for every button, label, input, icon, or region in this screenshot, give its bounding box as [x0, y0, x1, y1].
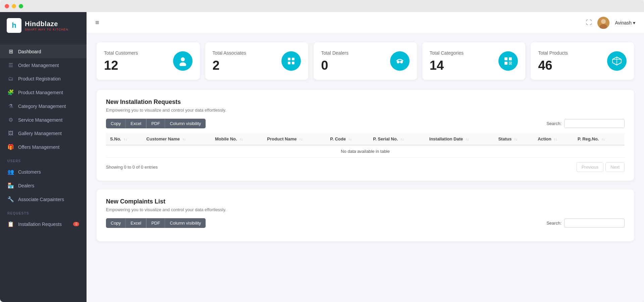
user-name-dropdown[interactable]: Avinash ▾ — [615, 20, 635, 25]
user-name-text: Avinash — [615, 20, 632, 25]
sidebar-label-installation: Installation Requests — [18, 222, 62, 227]
dealers-icon-svg — [395, 56, 405, 66]
complaints-search-input[interactable] — [564, 219, 625, 228]
stat-info-associates: Total Associates 2 — [213, 50, 246, 72]
stat-icon-categories — [498, 51, 518, 71]
brand-name: Hindblaze — [25, 20, 68, 28]
installation-search-input[interactable] — [564, 119, 625, 128]
svg-point-4 — [179, 62, 186, 66]
complaints-column-visibility-button[interactable]: Column visibility — [165, 218, 206, 228]
installation-requests-card: New Installation Requests Empowering you… — [97, 90, 634, 181]
dropdown-chevron-icon: ▾ — [633, 20, 635, 25]
order-icon: ☰ — [7, 62, 14, 68]
svg-rect-14 — [504, 62, 507, 65]
stat-label-associates: Total Associates — [213, 50, 246, 56]
sidebar-item-service-management[interactable]: ⚙ Service Management — [0, 113, 87, 127]
sort-icon-regno: ↑↓ — [601, 137, 605, 141]
pdf-button[interactable]: PDF — [146, 119, 165, 128]
window-chrome — [0, 0, 644, 12]
sidebar-item-gallery-management[interactable]: 🖼 Gallery Management — [0, 127, 87, 140]
next-button[interactable]: Next — [605, 162, 625, 172]
complaints-list-subtitle: Empowering you to visualize and control … — [106, 207, 625, 212]
complaints-list-card: New Complaints List Empowering you to vi… — [97, 189, 634, 241]
sidebar-label-category: Category Management — [18, 104, 66, 109]
sort-icon-status: ↑↓ — [514, 137, 518, 141]
sidebar-item-offers-management[interactable]: 🎁 Offers Management — [0, 140, 87, 154]
complaints-btn-group: Copy Excel PDF Column visibility — [106, 218, 206, 228]
installation-table-footer: Showing 0 to 0 of 0 entries Previous Nex… — [106, 162, 625, 172]
sidebar-label-order: Order Management — [18, 63, 59, 68]
installation-table-header-row: S.No. ↑↓ Customer Name ↑↓ Mobile No. ↑↓ … — [106, 133, 625, 145]
sort-icon-pcode: ↑↓ — [348, 137, 352, 141]
sidebar-item-customers[interactable]: 👥 Customers — [0, 165, 87, 179]
stat-info-products: Total Products 46 — [538, 50, 568, 72]
associates-icon: 🔧 — [7, 196, 14, 202]
sidebar-item-associate-carpainters[interactable]: 🔧 Associate Carpainters — [0, 192, 87, 206]
complaints-list-title: New Complaints List — [106, 198, 625, 205]
fullscreen-icon[interactable]: ⛶ — [586, 19, 592, 26]
maximize-button[interactable] — [19, 4, 23, 8]
excel-button[interactable]: Excel — [125, 119, 146, 128]
column-visibility-button[interactable]: Column visibility — [165, 119, 206, 128]
brand-tagline: Smart Way To Kitchen — [25, 28, 68, 31]
sidebar-label-dashboard: Dashboard — [18, 49, 41, 54]
hamburger-icon[interactable]: ≡ — [95, 19, 99, 26]
sidebar-item-order-management[interactable]: ☰ Order Management — [0, 58, 87, 72]
sidebar-item-product-registration[interactable]: 🗂 Product Registration — [0, 72, 87, 85]
installation-table-head: S.No. ↑↓ Customer Name ↑↓ Mobile No. ↑↓ … — [106, 133, 625, 145]
sidebar-item-installation-requests[interactable]: 📋 Installation Requests 0 — [0, 217, 87, 231]
sidebar-item-category-management[interactable]: ⚗ Category Management — [0, 99, 87, 113]
installation-btn-group: Copy Excel PDF Column visibility — [106, 119, 206, 128]
sidebar-item-dealers[interactable]: 🏪 Dealers — [0, 179, 87, 192]
categories-icon-svg — [503, 56, 513, 66]
svg-rect-12 — [504, 57, 507, 60]
complaints-pdf-button[interactable]: PDF — [146, 218, 165, 228]
stat-card-dealers: Total Dealers 0 — [314, 42, 417, 80]
sort-icon-pserial: ↑↓ — [400, 137, 404, 141]
dashboard-icon: ⊞ — [7, 48, 14, 55]
sidebar-label-offers: Offers Management — [18, 144, 59, 150]
stat-label-categories: Total Categories — [430, 50, 464, 56]
sort-icon-product: ↑↓ — [299, 137, 303, 141]
stat-value-categories: 14 — [430, 59, 464, 72]
stat-value-customers: 12 — [104, 59, 138, 72]
previous-button[interactable]: Previous — [577, 162, 604, 172]
page-body: Total Customers 12 Total Associates 2 — [87, 34, 644, 302]
close-button[interactable] — [5, 4, 9, 8]
stat-icon-customers — [173, 51, 193, 71]
stat-label-products: Total Products — [538, 50, 568, 56]
col-p-code: P. Code ↑↓ — [326, 133, 369, 145]
installation-table: S.No. ↑↓ Customer Name ↑↓ Mobile No. ↑↓ … — [106, 133, 625, 158]
service-icon: ⚙ — [7, 117, 14, 123]
stat-card-categories: Total Categories 14 — [422, 42, 526, 80]
sidebar-item-product-management[interactable]: 🧩 Product Management — [0, 85, 87, 99]
sidebar-label-customers: Customers — [18, 169, 41, 175]
stat-label-dealers: Total Dealers — [321, 50, 348, 56]
complaints-search-label: Search: — [546, 221, 561, 226]
stat-card-products: Total Products 46 — [531, 42, 634, 80]
stat-card-associates: Total Associates 2 — [205, 42, 309, 80]
complaints-excel-button[interactable]: Excel — [125, 218, 146, 228]
app-wrapper: h Hindblaze Smart Way To Kitchen ⊞ Dashb… — [0, 12, 644, 302]
minimize-button[interactable] — [12, 4, 16, 8]
installation-icon: 📋 — [7, 221, 14, 227]
associates-icon-svg — [286, 56, 296, 66]
sidebar-item-dashboard[interactable]: ⊞ Dashboard — [0, 45, 87, 58]
sidebar-label-gallery: Gallery Management — [18, 131, 62, 136]
sort-icon-sno: ↑↓ — [124, 137, 127, 141]
logo-icon: h — [7, 18, 21, 33]
complaints-copy-button[interactable]: Copy — [106, 218, 125, 228]
installation-table-body: No data available in table — [106, 145, 625, 158]
col-customer-name: Customer Name ↑↓ — [142, 133, 211, 145]
svg-rect-5 — [288, 58, 290, 60]
stat-label-customers: Total Customers — [104, 50, 138, 56]
installation-badge: 0 — [73, 222, 79, 226]
customer-icon-svg — [178, 56, 188, 66]
copy-button[interactable]: Copy — [106, 119, 125, 128]
stat-info-dealers: Total Dealers 0 — [321, 50, 348, 72]
topbar-left: ≡ — [95, 19, 99, 26]
product-mgmt-icon: 🧩 — [7, 89, 14, 96]
logo-text: Hindblaze Smart Way To Kitchen — [25, 20, 68, 31]
sort-icon-date: ↑↓ — [466, 137, 469, 141]
stat-card-customers: Total Customers 12 — [97, 42, 200, 80]
